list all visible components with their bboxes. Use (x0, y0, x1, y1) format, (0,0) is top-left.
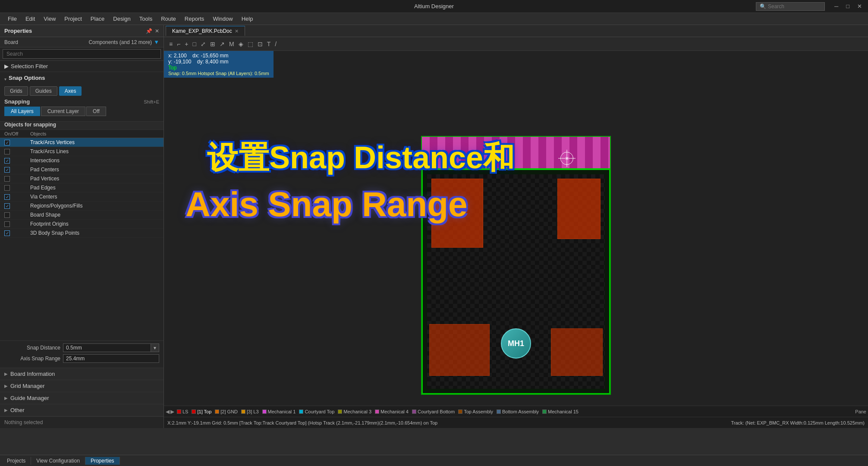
search-area[interactable]: 🔍 (756, 2, 825, 11)
rect-icon[interactable]: □ (191, 40, 198, 48)
properties-search-input[interactable] (3, 49, 161, 59)
snap-row-9[interactable]: Footprint Origins (0, 220, 164, 229)
menu-item-design[interactable]: Design (109, 14, 135, 24)
axis-snap-field[interactable] (63, 354, 159, 363)
section-header-0[interactable]: ▶ Board Information (0, 368, 164, 380)
layer-item-3[interactable]: [3] L3 (241, 409, 259, 414)
snap-row-5[interactable]: Pad Edges (0, 183, 164, 192)
layer-item-8[interactable]: Courtyard Bottom (412, 409, 455, 414)
layer-item-2[interactable]: [2] GND (215, 409, 238, 414)
snap-row-10[interactable]: ✓ 3D Body Snap Points (0, 229, 164, 238)
menu-item-edit[interactable]: Edit (21, 14, 39, 24)
snap-checkbox-0[interactable]: ✓ (4, 140, 10, 145)
selection-filter-toggle[interactable]: ▶ Selection Filter (4, 63, 159, 69)
snap-mode-off[interactable]: Off (86, 107, 106, 116)
snap-row-4[interactable]: Pad Vertices (0, 174, 164, 183)
plus-icon[interactable]: + (183, 40, 190, 48)
layer-item-5[interactable]: Courtyard Top (299, 409, 334, 414)
layer-dot-6 (338, 409, 342, 414)
section-header-3[interactable]: ▶ Other (0, 404, 164, 416)
snap-checkbox-1[interactable] (4, 149, 10, 154)
layer-item-7[interactable]: Mechanical 4 (375, 409, 409, 414)
snap-mode-all-layers[interactable]: All Layers (4, 107, 40, 116)
projects-tab[interactable]: Projects (2, 457, 31, 465)
snap-checkbox-4[interactable] (4, 176, 10, 182)
snap-row-1[interactable]: Track/Arcs Lines (0, 147, 164, 156)
menu-item-route[interactable]: Route (157, 14, 180, 24)
snap-distance-field[interactable] (63, 343, 151, 352)
snap-row-6[interactable]: ✓ Via Centers (0, 192, 164, 202)
menu-item-project[interactable]: Project (60, 14, 86, 24)
section-header-1[interactable]: ▶ Grid Manager (0, 380, 164, 392)
layer-scroll-left[interactable]: ◀ ▶ (166, 409, 174, 415)
snap-checkbox-8[interactable] (4, 212, 10, 218)
menu-item-help[interactable]: Help (237, 14, 258, 24)
layer-item-0[interactable]: LS (177, 409, 188, 414)
layer-name-7: Mechanical 4 (381, 409, 409, 414)
maximize-button[interactable]: □ (843, 3, 852, 9)
view-configuration-tab[interactable]: View Configuration (31, 457, 85, 465)
snapping-row: Snapping Shift+E (4, 98, 159, 105)
layer-dot-0 (177, 409, 181, 414)
route-icon[interactable]: ↗ (218, 40, 226, 48)
pin-button[interactable]: 📌 (146, 28, 152, 34)
snap-mode-current-layer[interactable]: Current Layer (41, 107, 85, 116)
left-panel: Properties 📌 ✕ Board Components (and 12 … (0, 25, 164, 428)
snap-checkbox-5[interactable] (4, 185, 10, 191)
minimize-button[interactable]: ─ (832, 3, 841, 9)
layer-tool-icon[interactable]: ⬚ (246, 40, 255, 48)
snap-checkbox-10[interactable]: ✓ (4, 230, 10, 236)
layer-item-9[interactable]: Top Assembly (458, 409, 493, 414)
layer-item-4[interactable]: Mechanical 1 (262, 409, 296, 414)
filter-icon[interactable]: ▼ (154, 39, 159, 45)
properties-tab[interactable]: Properties (85, 457, 120, 465)
tab-close-button[interactable]: ✕ (235, 28, 239, 34)
layer-name-6: Mechanical 3 (343, 409, 371, 414)
section-header-2[interactable]: ▶ Guide Manager (0, 392, 164, 404)
snap-name-4: Pad Vertices (30, 176, 159, 182)
line-icon[interactable]: / (273, 40, 278, 48)
menu-item-place[interactable]: Place (86, 14, 109, 24)
snap-checkbox-2[interactable]: ✓ (4, 158, 10, 164)
pin-tool-icon[interactable]: ◈ (237, 40, 245, 48)
menu-item-window[interactable]: Window (208, 14, 237, 24)
move-icon[interactable]: ⤢ (199, 40, 208, 48)
close-button[interactable]: ✕ (855, 3, 865, 9)
snap-tab-guides[interactable]: Guides (30, 86, 57, 96)
filter-toolbar-icon[interactable]: ≡ (167, 40, 174, 48)
menu-item-tools[interactable]: Tools (135, 14, 157, 24)
snap-checkbox-7[interactable]: ✓ (4, 203, 10, 209)
grid-icon[interactable]: ⊞ (208, 40, 217, 48)
menu-item-file[interactable]: File (3, 14, 21, 24)
snap-checkbox-9[interactable] (4, 221, 10, 227)
pcb-tab[interactable]: Kame_EXP_BRK.PcbDoc ✕ (166, 26, 245, 36)
snap-options: ▾ Snap Options GridsGuidesAxes Snapping … (0, 72, 164, 122)
layer-item-1[interactable]: [1] Top (192, 409, 211, 414)
snap-row-7[interactable]: ✓ Regions/Polygons/Fills (0, 202, 164, 211)
snap-tab-grids[interactable]: Grids (4, 86, 28, 96)
section-3: ▶ Other (0, 404, 164, 416)
snap-row-3[interactable]: ✓ Pad Centers (0, 165, 164, 174)
snap-checkbox-6[interactable]: ✓ (4, 194, 10, 200)
canvas-toolbar: ≡ ⌐ + □ ⤢ ⊞ ↗ M ◈ ⬚ ⊡ T / (164, 37, 868, 51)
layer-indicator: Top (168, 65, 176, 71)
section-label-2: Guide Manager (10, 395, 49, 401)
panel-close-button[interactable]: ✕ (155, 28, 159, 34)
text-icon[interactable]: T (265, 40, 273, 48)
layer-item-11[interactable]: Mechanical 15 (542, 409, 579, 414)
menu-item-reports[interactable]: Reports (180, 14, 209, 24)
snap-row-0[interactable]: ✓ Track/Arcs Vertices (0, 138, 164, 147)
snap-row-2[interactable]: ✓ Intersections (0, 156, 164, 165)
menu-item-view[interactable]: View (39, 14, 60, 24)
layer-item-6[interactable]: Mechanical 3 (338, 409, 371, 414)
layer-item-10[interactable]: Bottom Assembly (497, 409, 539, 414)
measure-icon[interactable]: ⊡ (256, 40, 264, 48)
wire-icon[interactable]: ⌐ (175, 40, 182, 48)
snap-distance-label: Snap Distance (4, 345, 60, 351)
m-icon[interactable]: M (227, 40, 236, 48)
snap-checkbox-3[interactable]: ✓ (4, 167, 10, 173)
snap-distance-dropdown[interactable]: ▼ (151, 343, 159, 352)
search-input[interactable] (768, 3, 821, 9)
snap-row-8[interactable]: Board Shape (0, 211, 164, 220)
snap-tab-axes[interactable]: Axes (59, 86, 82, 96)
